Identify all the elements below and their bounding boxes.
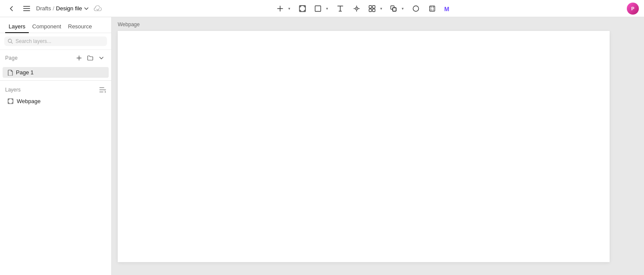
back-button[interactable] [5, 3, 17, 15]
component-tool-caret[interactable]: ▾ [378, 2, 385, 15]
page-item[interactable]: Page 1 [3, 67, 109, 78]
sidebar-divider [0, 80, 111, 81]
component-tool-group: ▾ [366, 2, 385, 15]
main-layout: Layers Component Resource [0, 17, 644, 275]
svg-point-33 [8, 39, 12, 43]
sidebar-tabs: Layers Component Resource [0, 17, 111, 33]
page-item-icon [8, 70, 13, 76]
breadcrumb-separator: / [53, 5, 55, 12]
menu-button[interactable] [21, 3, 33, 15]
breadcrumb-drafts[interactable]: Drafts [36, 5, 51, 12]
search-icon [8, 39, 13, 44]
add-page-button[interactable] [74, 53, 84, 63]
svg-rect-0 [23, 6, 30, 7]
shape-tool-group: ▾ [312, 2, 331, 15]
page-collapse-button[interactable] [97, 53, 106, 63]
canvas-frame [118, 31, 610, 262]
svg-rect-12 [315, 6, 320, 11]
page-section-actions [74, 53, 106, 63]
circle-tool-button[interactable] [409, 2, 423, 15]
svg-rect-21 [369, 9, 372, 12]
layer-item-label: Webpage [17, 98, 40, 104]
svg-rect-22 [372, 9, 375, 12]
layers-section: Layers [0, 82, 111, 275]
add-tool-group: ▾ [274, 2, 293, 15]
frame-tool-button[interactable] [296, 2, 309, 15]
toolbar-center: ▾ ▾ [106, 2, 623, 15]
layers-section-header: Layers [0, 82, 111, 95]
page-folder-button[interactable] [85, 53, 95, 63]
search-input-wrap [4, 37, 107, 46]
svg-rect-24 [393, 8, 396, 11]
instance-tool-button[interactable] [388, 2, 400, 15]
layers-section-title: Layers [5, 87, 21, 93]
crop-tool-button[interactable] [425, 2, 439, 15]
svg-text:M: M [444, 6, 449, 12]
breadcrumb: Drafts / Design file [36, 5, 89, 12]
topbar: Drafts / Design file ▾ [0, 0, 644, 17]
text-tool-button[interactable] [333, 2, 347, 15]
tab-layers[interactable]: Layers [5, 21, 29, 33]
layers-search [0, 33, 111, 50]
page-section: Page [0, 50, 111, 79]
tab-component[interactable]: Component [29, 21, 64, 33]
svg-rect-1 [23, 8, 30, 9]
page-section-header[interactable]: Page [0, 50, 111, 66]
component-tool-button[interactable] [366, 2, 378, 15]
shape-tool-button[interactable] [312, 2, 324, 15]
add-tool-button[interactable] [274, 2, 286, 15]
canvas-area[interactable]: Webpage [112, 17, 644, 275]
instance-tool-group: ▾ [388, 2, 406, 15]
shape-tool-caret[interactable]: ▾ [324, 2, 331, 15]
svg-rect-3 [299, 6, 305, 12]
svg-line-34 [12, 43, 13, 44]
layer-frame-icon [8, 98, 13, 104]
svg-rect-19 [369, 6, 372, 8]
page-section-title: Page [5, 55, 18, 61]
pen-tool-button[interactable] [350, 2, 363, 15]
layers-sort-button[interactable] [99, 87, 106, 93]
topbar-left: Drafts / Design file [5, 3, 102, 15]
canvas-frame-label: Webpage [118, 21, 140, 28]
tab-resource[interactable]: Resource [64, 21, 95, 33]
breadcrumb-current[interactable]: Design file [56, 5, 89, 12]
svg-rect-27 [430, 6, 435, 11]
search-input[interactable] [15, 38, 104, 44]
svg-point-26 [413, 6, 418, 11]
layer-item-webpage[interactable]: Webpage [3, 96, 109, 107]
instance-tool-caret[interactable]: ▾ [400, 2, 406, 15]
add-tool-caret[interactable]: ▾ [286, 2, 293, 15]
sidebar: Layers Component Resource [0, 17, 112, 275]
svg-rect-2 [23, 10, 30, 11]
svg-rect-20 [372, 6, 375, 8]
topbar-right: P [627, 3, 639, 15]
page-item-label: Page 1 [16, 69, 34, 76]
user-avatar[interactable]: P [627, 3, 639, 15]
svg-point-14 [356, 8, 357, 9]
brand-icon[interactable]: M [442, 2, 455, 15]
cloud-sync-icon[interactable] [94, 5, 102, 12]
